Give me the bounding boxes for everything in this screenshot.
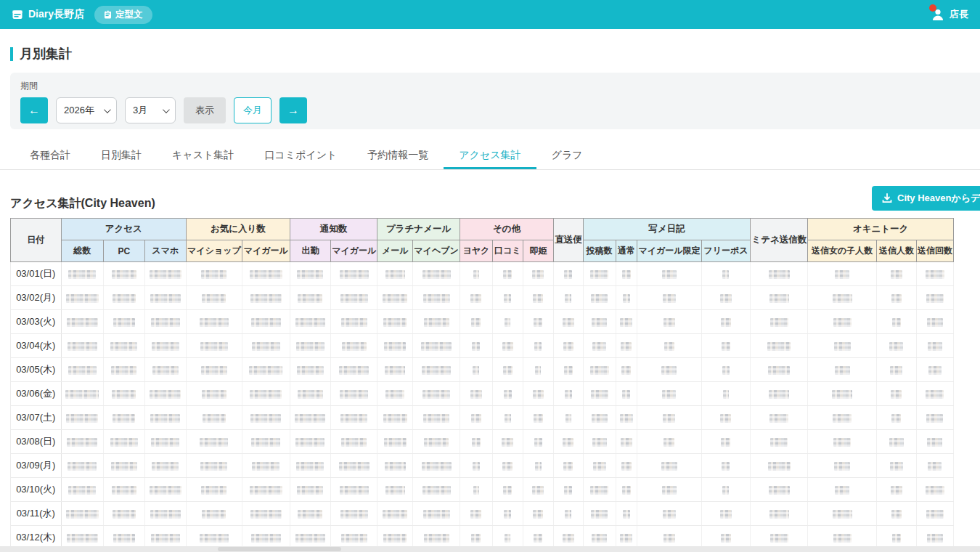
- month-select[interactable]: 3月: [125, 97, 176, 123]
- value-cell: [701, 310, 751, 334]
- prev-month-button[interactable]: ←: [20, 97, 48, 123]
- redacted-value: [926, 414, 943, 423]
- year-select[interactable]: 2026年: [56, 97, 117, 123]
- tab-cast-shukei[interactable]: キャスト集計: [157, 142, 249, 169]
- value-cell: [523, 334, 553, 358]
- redacted-value: [295, 438, 324, 447]
- redacted-value: [926, 510, 944, 519]
- redacted-value: [384, 342, 406, 351]
- redacted-value: [504, 390, 512, 399]
- template-button[interactable]: 定型文: [94, 6, 152, 24]
- table-row: 03/09(月): [11, 454, 954, 478]
- show-button[interactable]: 表示: [184, 97, 226, 123]
- value-cell: [616, 382, 637, 406]
- table-row: 03/01(日): [11, 262, 954, 286]
- redacted-value: [385, 366, 405, 375]
- redacted-value: [623, 510, 630, 519]
- redacted-value: [833, 414, 852, 423]
- tab-graph[interactable]: グラフ: [536, 142, 598, 169]
- value-cell: [242, 430, 290, 454]
- value-cell: [61, 382, 104, 406]
- redacted-value: [250, 294, 282, 303]
- redacted-value: [470, 390, 482, 399]
- download-button-label: City Heavenからデー: [897, 192, 980, 205]
- city-heaven-download-button[interactable]: City Heavenからデー: [872, 186, 980, 211]
- redacted-value: [295, 414, 325, 423]
- value-cell: [61, 310, 104, 334]
- download-icon: [882, 193, 892, 203]
- redacted-value: [767, 342, 791, 351]
- redacted-value: [113, 294, 136, 303]
- value-cell: [616, 286, 637, 310]
- value-cell: [523, 310, 553, 334]
- value-cell: [616, 406, 637, 430]
- next-month-button[interactable]: →: [279, 97, 307, 123]
- redacted-value: [565, 294, 571, 303]
- redacted-value: [503, 486, 512, 495]
- value-cell: [877, 526, 917, 548]
- scrollbar-thumb[interactable]: [218, 547, 341, 551]
- redacted-value: [68, 366, 97, 375]
- redacted-value: [423, 510, 450, 519]
- this-month-button[interactable]: 今月: [234, 97, 271, 123]
- redacted-value: [720, 414, 731, 423]
- column-header: 口コミ: [492, 240, 523, 262]
- value-cell: [331, 406, 377, 430]
- redacted-value: [152, 342, 179, 351]
- redacted-value: [834, 342, 851, 351]
- redacted-value: [113, 510, 136, 519]
- value-cell: [187, 406, 242, 430]
- value-cell: [751, 502, 808, 526]
- redacted-value: [833, 510, 852, 519]
- brand[interactable]: Diary長野店: [12, 8, 84, 21]
- value-cell: [751, 526, 808, 548]
- redacted-value: [720, 510, 732, 519]
- tab-kuchikomi-point[interactable]: 口コミポイント: [249, 142, 352, 169]
- table-row: 03/11(水): [11, 502, 954, 526]
- value-cell: [916, 310, 953, 334]
- tab-kakushu-goukei[interactable]: 各種合計: [15, 142, 86, 169]
- redacted-value: [768, 462, 791, 471]
- redacted-value: [296, 462, 324, 471]
- value-cell: [916, 430, 953, 454]
- value-cell: [916, 262, 953, 286]
- value-cell: [877, 502, 917, 526]
- value-cell: [331, 526, 377, 548]
- value-cell: [104, 262, 144, 286]
- value-cell: [554, 382, 584, 406]
- redacted-value: [112, 486, 136, 495]
- value-cell: [701, 454, 751, 478]
- value-cell: [331, 454, 377, 478]
- redacted-value: [722, 366, 730, 375]
- tab-nichibetsu-shukei[interactable]: 日別集計: [86, 142, 157, 169]
- value-cell: [377, 502, 413, 526]
- page-title: 月別集計: [20, 45, 72, 62]
- table-row: 03/10(火): [11, 478, 954, 502]
- redacted-value: [111, 462, 137, 471]
- redacted-value: [662, 390, 676, 399]
- user-menu[interactable]: 店長: [931, 7, 968, 22]
- redacted-value: [722, 270, 729, 279]
- access-table-wrap: 日付アクセスお気に入り数通知数プラチナメールその他直送便写メ日記ミテネ送信数オキ…: [10, 218, 954, 547]
- redacted-value: [250, 270, 282, 279]
- redacted-value: [535, 366, 541, 375]
- tab-access-shukei[interactable]: アクセス集計: [444, 142, 536, 169]
- redacted-value: [890, 462, 903, 471]
- year-select-value: 2026年: [64, 104, 94, 117]
- value-cell: [916, 406, 953, 430]
- value-cell: [413, 430, 460, 454]
- value-cell: [104, 358, 144, 382]
- group-header: その他: [460, 219, 554, 240]
- redacted-value: [770, 318, 788, 327]
- redacted-value: [67, 438, 97, 447]
- value-cell: [751, 454, 808, 478]
- tab-yoyaku-ichiran[interactable]: 予約情報一覧: [352, 142, 444, 169]
- redacted-value: [833, 438, 851, 447]
- redacted-value: [383, 318, 407, 327]
- redacted-value: [663, 318, 675, 327]
- redacted-value: [891, 510, 902, 519]
- redacted-value: [564, 486, 572, 495]
- value-cell: [701, 262, 751, 286]
- horizontal-scrollbar[interactable]: [0, 546, 980, 552]
- redacted-value: [928, 366, 942, 375]
